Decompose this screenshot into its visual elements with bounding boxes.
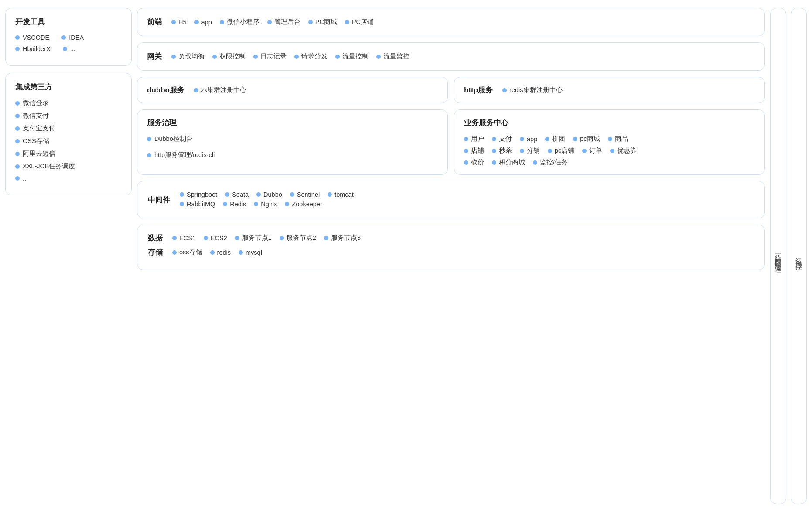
- biz-shop: 店铺: [464, 147, 484, 155]
- dot-icon: [345, 20, 349, 24]
- dubbo-row: dubbo服务 zk集群注册中心: [147, 85, 438, 95]
- devtools-item-label: VSCODE: [23, 34, 49, 41]
- dot-icon: [204, 236, 208, 240]
- item-label: 支付宝支付: [23, 124, 55, 133]
- middleware-rows: Springboot Seata Dubbo Sentinel tomcat R…: [180, 191, 362, 210]
- frontend-item-h5: H5: [171, 19, 187, 26]
- gateway-items: 负载均衡 权限控制 日志记录 请求分发: [171, 52, 417, 61]
- item-label: 秒杀: [499, 147, 512, 155]
- storage-label: 存储: [148, 247, 163, 257]
- item-label: PC店铺: [352, 18, 374, 26]
- mw-springboot: Springboot: [180, 191, 217, 198]
- item-label: zk集群注册中心: [201, 86, 247, 94]
- item-label: 支付: [499, 135, 512, 143]
- item-label: 店铺: [471, 147, 484, 155]
- item-label: 拼团: [552, 135, 565, 143]
- item-label: OSS存储: [23, 137, 49, 145]
- devtools-item-label: IDEA: [69, 34, 84, 41]
- item-label: PC商城: [315, 18, 337, 26]
- business-title: 业务服务中心: [464, 118, 755, 128]
- thirdparty-item-wechat-login: 微信登录: [15, 99, 122, 107]
- dot-icon: [15, 176, 20, 181]
- item-label: 日志记录: [260, 52, 287, 61]
- dot-icon: [239, 250, 243, 255]
- center-column: 前端 H5 app 微信小程序: [137, 8, 765, 504]
- item-label: 监控/任务: [540, 158, 568, 167]
- middleware-card: 中间件 Springboot Seata Dubbo Sentinel tomc…: [137, 181, 765, 218]
- item-label: Zookeeper: [292, 201, 322, 208]
- item-label: Dubbo控制台: [154, 135, 193, 143]
- mw-sentinel: Sentinel: [290, 191, 320, 198]
- thirdparty-item-xxljob: XXL-JOB任务调度: [15, 162, 122, 171]
- dot-icon: [172, 250, 177, 255]
- item-label: Sentinel: [297, 191, 320, 198]
- item-label: 管理后台: [274, 18, 300, 26]
- item-label: 微信支付: [23, 112, 49, 120]
- dot-icon: [63, 47, 67, 51]
- item-label: Redis: [230, 201, 246, 208]
- devtools-item-label: HbuilderX: [23, 45, 51, 52]
- item-label: 流量控制: [342, 52, 368, 61]
- mw-seata: Seata: [225, 191, 249, 198]
- mw-dubbo: Dubbo: [256, 191, 282, 198]
- item-label: http服务管理/redis-cli: [154, 151, 215, 159]
- dot-icon: [573, 137, 577, 141]
- ds-node3: 服务节点3: [324, 234, 361, 242]
- dot-icon: [520, 149, 524, 153]
- datastorage-card: 数据 ECS1 ECS2 服务节点1 服务节点2 服务节点3 存储 oss存储 …: [137, 225, 765, 270]
- devtools-item-label: ...: [70, 45, 75, 52]
- dubbo-item-zk: zk集群注册中心: [194, 86, 247, 94]
- ds-node2: 服务节点2: [280, 234, 316, 242]
- devtools-item-vscode: VSCODE: [15, 34, 49, 41]
- frontend-item-app: app: [194, 19, 212, 26]
- biz-pintuan: 拼团: [545, 135, 565, 143]
- devtools-item-idea: IDEA: [61, 34, 84, 41]
- biz-distribution: 分销: [520, 147, 540, 155]
- dot-icon: [194, 20, 199, 24]
- dot-icon: [464, 137, 468, 141]
- storage-mysql: mysql: [239, 249, 262, 256]
- biz-monitor: 监控/任务: [533, 158, 568, 167]
- business-row-3: 砍价 积分商城 监控/任务: [464, 158, 755, 167]
- item-label: 砍价: [471, 158, 484, 167]
- dot-icon: [254, 202, 258, 206]
- item-label: app: [527, 136, 537, 143]
- governance-item-http: http服务管理/redis-cli: [147, 151, 438, 159]
- right-panel-auth: 统一权限日志管理: [770, 8, 786, 504]
- item-label: Springboot: [187, 191, 217, 198]
- biz-pcmall: pc商城: [573, 135, 600, 143]
- middleware-row-1: Springboot Seata Dubbo Sentinel tomcat: [180, 191, 362, 198]
- item-label: 服务节点3: [331, 234, 361, 242]
- left-column: 开发工具 VSCODE IDEA HbuilderX ...: [5, 8, 132, 504]
- storage-row: 存储 oss存储 redis mysql: [148, 247, 754, 257]
- biz-pay: 支付: [492, 135, 512, 143]
- item-label: 服务节点2: [287, 234, 316, 242]
- thirdparty-item-more: ...: [15, 175, 122, 182]
- frontend-item-miniprogram: 微信小程序: [220, 18, 259, 26]
- item-label: tomcat: [334, 191, 354, 198]
- storage-oss: oss存储: [172, 248, 202, 256]
- item-label: 负载均衡: [178, 52, 205, 61]
- dot-icon: [492, 160, 496, 165]
- frontend-card: 前端 H5 app 微信小程序: [137, 8, 765, 36]
- ds-node1: 服务节点1: [235, 234, 272, 242]
- devtools-item-more: ...: [63, 45, 75, 52]
- governance-item-dubbo: Dubbo控制台: [147, 135, 438, 143]
- dot-icon: [608, 137, 612, 141]
- item-label: 权限控制: [219, 52, 246, 61]
- gateway-label: 网关: [147, 51, 162, 61]
- item-label: 优惠券: [617, 147, 637, 155]
- item-label: 服务节点1: [242, 234, 272, 242]
- dot-icon: [256, 192, 261, 197]
- dot-icon: [285, 202, 289, 206]
- dot-icon: [194, 88, 198, 92]
- item-label: 积分商城: [499, 158, 525, 167]
- dot-icon: [235, 236, 239, 240]
- right-panels: 统一权限日志管理 运行监控: [770, 8, 807, 504]
- data-row: 数据 ECS1 ECS2 服务节点1 服务节点2 服务节点3: [148, 233, 754, 243]
- dot-icon: [548, 149, 552, 153]
- governance-items: Dubbo控制台 http服务管理/redis-cli: [147, 135, 438, 164]
- http-card: http服务 redis集群注册中心: [454, 77, 765, 103]
- dot-icon: [492, 137, 496, 141]
- dot-icon: [15, 101, 20, 106]
